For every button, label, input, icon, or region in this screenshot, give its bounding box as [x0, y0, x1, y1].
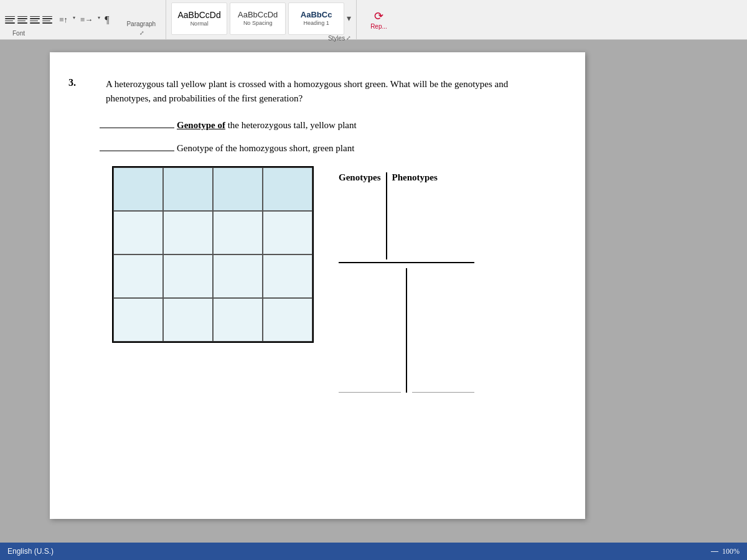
align-right-icon[interactable]	[30, 16, 40, 24]
gp-header-row: Genotypes Phenotypes	[339, 172, 474, 263]
punnett-cell-r3c0	[113, 298, 163, 342]
list-indent-group: ≡↑ ▾ ≡→ ▾	[57, 14, 102, 26]
align-center-icon[interactable]	[17, 16, 27, 24]
punnett-cell-r2c3	[263, 254, 312, 298]
indent-icon[interactable]: ≡→	[78, 14, 95, 26]
fill-line-1-rest: the heterozygous tall, yellow plant	[225, 120, 357, 131]
blank-1	[100, 128, 174, 128]
question-text: A heterozygous tall yellow plant is cros…	[106, 77, 548, 105]
list-indent-dropdown[interactable]: ▾	[71, 14, 77, 26]
paragraph-section: Paragraph ⤢	[116, 0, 166, 40]
punnett-container: Genotypes Phenotypes	[112, 166, 548, 393]
paragraph-label: Paragraph	[126, 21, 156, 27]
gp-divider	[386, 172, 387, 259]
punnett-cell-r1c2	[213, 211, 263, 254]
punnett-cell-r3c3	[263, 298, 312, 342]
zoom-dash: —	[711, 547, 718, 556]
question-content: A heterozygous tall yellow plant is cros…	[106, 79, 508, 103]
editing-section: ⟳ Rep...	[357, 0, 401, 40]
style-heading-preview: AaBbCc	[301, 11, 332, 19]
style-heading1[interactable]: AaBbCc Heading 1	[288, 2, 344, 35]
list-indent-icon[interactable]: ≡↑	[57, 14, 70, 26]
phenotypes-header: Phenotypes	[392, 172, 438, 259]
status-right: — 100%	[711, 547, 740, 556]
fill-line-2: Genotype of the homozygous short, green …	[100, 143, 548, 154]
styles-dialog-launcher[interactable]: ⤢	[346, 35, 351, 41]
punnett-cell-r3c1	[163, 298, 213, 342]
language-indicator: English (U.S.)	[7, 547, 54, 556]
punnett-cell-r2c2	[213, 254, 263, 298]
styles-boxes: AaBbCcDd Normal AaBbCcDd No Spacing AaBb…	[171, 2, 351, 35]
paragraph-icons-group: ≡↑ ▾ ≡→ ▾ ¶	[5, 14, 116, 26]
genotypes-header: Genotypes	[339, 172, 381, 259]
indent-dropdown[interactable]: ▾	[96, 14, 102, 26]
punnett-cell-r1c1	[163, 211, 213, 254]
styles-scroll-down[interactable]: ▾	[347, 13, 351, 24]
punnett-cell-r0c1	[163, 167, 213, 211]
paragraph-dialog-launcher[interactable]: ⤢	[139, 30, 144, 36]
zoom-level: 100%	[722, 547, 740, 556]
styles-label: Styles	[328, 35, 345, 42]
status-bar: English (U.S.) — 100%	[0, 543, 747, 560]
style-normal-preview: AaBbCcDd	[178, 11, 221, 19]
punnett-grid	[112, 166, 314, 343]
replace-label: Rep...	[370, 23, 387, 30]
gp-divider-body	[406, 268, 407, 393]
style-no-spacing[interactable]: AaBbCcDd No Spacing	[230, 2, 286, 35]
punnett-cell-r1c3	[263, 211, 312, 254]
pilcrow-button[interactable]: ¶	[105, 14, 109, 26]
question-number: 3.	[68, 77, 76, 88]
styles-label-row: Styles ⤢	[171, 35, 351, 42]
punnett-cell-r2c0	[113, 254, 163, 298]
style-nospacing-label: No Spacing	[243, 20, 273, 26]
align-justify-icon[interactable]	[42, 16, 52, 24]
replace-button[interactable]: ⟳ Rep...	[367, 8, 391, 31]
fill-genotype-of-underlined: Genotype of	[177, 120, 225, 131]
genotypes-phenotypes-table: Genotypes Phenotypes	[339, 166, 474, 393]
punnett-cell-r0c0	[113, 167, 163, 211]
blank-2	[100, 151, 174, 151]
fill-line-1: Genotype of the heterozygous tall, yello…	[100, 120, 548, 131]
document-area: 3. A heterozygous tall yellow plant is c…	[0, 40, 747, 543]
punnett-cell-r0c2	[213, 167, 263, 211]
align-left-icon[interactable]	[5, 16, 15, 24]
replace-icon: ⟳	[374, 9, 383, 23]
gp-body	[339, 268, 474, 393]
punnett-cell-r2c1	[163, 254, 213, 298]
phenotypes-column	[412, 268, 474, 393]
style-normal[interactable]: AaBbCcDd Normal	[171, 2, 227, 35]
styles-section: AaBbCcDd Normal AaBbCcDd No Spacing AaBb…	[166, 0, 357, 40]
style-heading-label: Heading 1	[304, 20, 329, 26]
style-nospacing-preview: AaBbCcDd	[238, 11, 278, 19]
style-normal-label: Normal	[190, 21, 209, 27]
fill-line-2-text: Genotype of the homozygous short, green …	[177, 143, 354, 154]
document-page: 3. A heterozygous tall yellow plant is c…	[50, 52, 585, 519]
punnett-cell-r0c3	[263, 167, 312, 211]
punnett-cell-r1c0	[113, 211, 163, 254]
font-label: Font	[12, 30, 25, 37]
ribbon-toolbar: ≡↑ ▾ ≡→ ▾ ¶ Paragraph ⤢ AaBbCcDd Normal …	[0, 0, 747, 40]
genotypes-column	[339, 268, 401, 393]
punnett-cell-r3c2	[213, 298, 263, 342]
